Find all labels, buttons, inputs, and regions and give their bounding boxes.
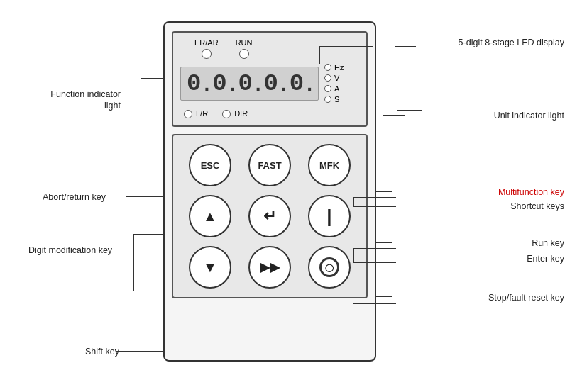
hz-label: Hz	[334, 63, 344, 72]
unit-indicators: Hz V A S	[324, 63, 344, 103]
a-dot	[324, 85, 331, 92]
s-dot	[324, 96, 331, 103]
key-row-2: ▲ ↵ |	[180, 195, 359, 237]
lr-label: L/R	[196, 109, 208, 118]
v-dot	[324, 74, 331, 82]
down-key[interactable]: ▼	[189, 246, 231, 289]
function-indicator-line3	[141, 78, 166, 79]
stop-key[interactable]: ○	[308, 246, 351, 289]
digit-5: 0	[290, 72, 304, 96]
top-indicators: ER/AR RUN	[180, 38, 359, 59]
stop-connector	[353, 303, 396, 304]
unit-a: A	[324, 84, 344, 93]
unit-connector	[397, 110, 422, 111]
esc-key[interactable]: ESC	[189, 144, 231, 186]
shift-key-label: Shift key	[85, 346, 119, 357]
device-panel: ER/AR RUN 0 . 0 . 0 . 0 . 0 .	[163, 21, 376, 362]
esc-label: ESC	[201, 160, 220, 171]
run-key[interactable]: |	[308, 195, 351, 237]
dot-5: .	[307, 74, 312, 94]
shortcut-keys-label: Shortcut keys	[510, 201, 564, 212]
digit-mod-key-label: Digit modification key	[28, 245, 131, 256]
dir-label: DIR	[234, 109, 248, 118]
up-arrow-icon: ▲	[203, 208, 217, 225]
digit-mod-line4	[133, 291, 165, 291]
fast-key[interactable]: FAST	[248, 144, 291, 186]
mfk-connector	[353, 197, 396, 198]
function-indicator-light-label: Function indicator light	[35, 89, 121, 112]
s-label: S	[334, 95, 339, 103]
stop-fault-label: Stop/fault reset key	[488, 292, 564, 303]
run-indicator: RUN	[236, 38, 253, 59]
enter-key[interactable]: ↵	[248, 195, 291, 237]
hz-dot	[324, 64, 331, 71]
key-row-1: ESC FAST MFK	[180, 144, 359, 186]
digit-2: 0	[212, 72, 226, 96]
unit-line	[383, 115, 405, 116]
dot-4: .	[281, 74, 287, 94]
er-ar-label: ER/AR	[194, 38, 219, 47]
unit-hz: Hz	[324, 63, 344, 72]
er-ar-indicator: ER/AR	[194, 38, 219, 59]
digit-1: 0	[187, 72, 201, 96]
keypad-section: ESC FAST MFK ▲ ↵ | ▼	[172, 134, 368, 298]
unit-s: S	[324, 95, 344, 103]
shortcut-v	[353, 197, 354, 206]
function-indicator-line4	[141, 128, 166, 128]
shortcut-connector	[353, 206, 396, 207]
down-arrow-icon: ▼	[203, 259, 217, 276]
shift-line1	[116, 351, 169, 352]
enter-icon: ↵	[263, 207, 276, 225]
dot-2: .	[230, 74, 236, 94]
digit-3: 0	[238, 72, 252, 96]
enter-v	[353, 248, 354, 262]
function-indicator-line2	[141, 78, 141, 128]
led-display: 0 . 0 . 0 . 0 . 0 .	[180, 67, 319, 101]
multifunction-key-label: Multifunction key	[498, 186, 564, 198]
shift-fast-key[interactable]: ▶▶	[248, 246, 291, 289]
mfk-key[interactable]: MFK	[308, 144, 351, 186]
a-label: A	[334, 84, 339, 93]
digit-mod-line3	[133, 234, 165, 235]
enter-connector	[353, 262, 396, 263]
er-ar-circle	[202, 49, 212, 59]
unit-v: V	[324, 74, 344, 82]
run-connector	[353, 248, 396, 249]
function-indicator-line1	[124, 103, 141, 103]
five-digit-led-label: 5-digit 8-stage LED display	[459, 37, 564, 48]
mfk-label: MFK	[319, 160, 339, 171]
lr-indicator: L/R	[184, 108, 208, 118]
led-label-line	[395, 46, 416, 47]
led-connector-v	[319, 46, 320, 64]
up-key[interactable]: ▲	[189, 195, 231, 237]
dir-circle	[222, 110, 231, 118]
run-label: RUN	[236, 38, 253, 47]
dir-indicator: DIR	[222, 108, 248, 118]
bottom-indicators: L/R DIR	[180, 108, 359, 118]
led-connector-h	[319, 46, 373, 47]
dot-3: .	[256, 74, 261, 94]
digit-mod-line1	[133, 250, 148, 250]
enter-key-label: Enter key	[527, 253, 564, 264]
stop-icon: ○	[319, 257, 339, 277]
digit-4: 0	[264, 72, 278, 96]
abort-return-key-label: Abort/return key	[43, 191, 106, 203]
abort-line	[126, 196, 166, 197]
lr-circle	[184, 110, 192, 118]
fast-forward-icon: ▶▶	[260, 259, 280, 275]
digit-mod-line2	[133, 234, 134, 291]
unit-indicator-label: Unit indicator light	[494, 110, 564, 121]
run-icon: |	[326, 206, 331, 228]
v-label: V	[334, 74, 339, 82]
led-row: 0 . 0 . 0 . 0 . 0 . Hz V	[180, 63, 359, 103]
fast-label: FAST	[258, 160, 281, 171]
dot-1: .	[204, 74, 209, 94]
run-circle	[239, 49, 249, 59]
run-key-label: Run key	[532, 237, 564, 249]
key-row-3: ▼ ▶▶ ○	[180, 246, 359, 289]
